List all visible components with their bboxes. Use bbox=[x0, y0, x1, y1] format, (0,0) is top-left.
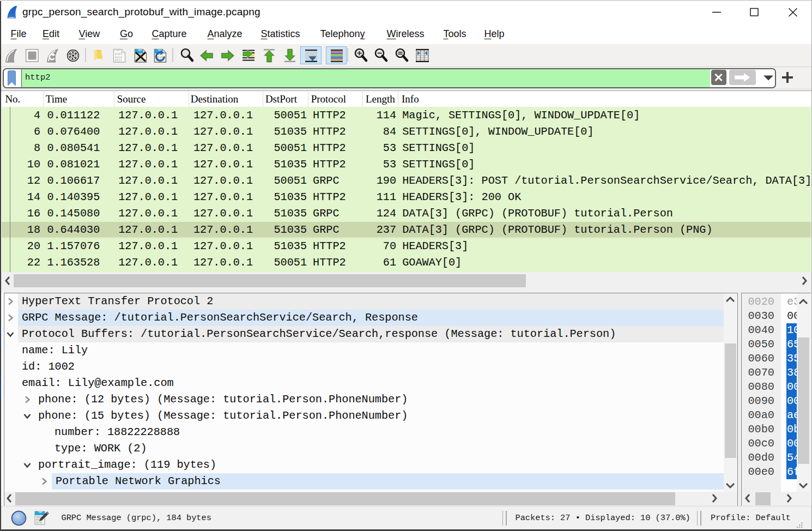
svg-text:0110: 0110 bbox=[36, 521, 42, 524]
svg-text:0111: 0111 bbox=[115, 58, 122, 62]
